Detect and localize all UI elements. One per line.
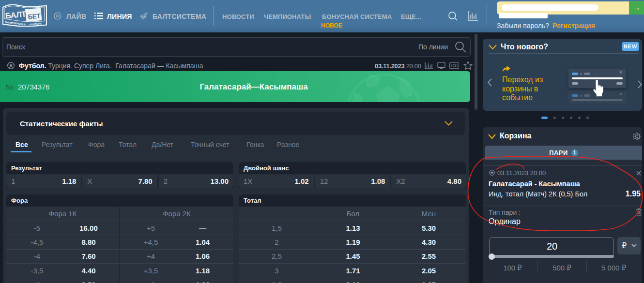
svg-text:БЕТ: БЕТ — [28, 12, 41, 20]
